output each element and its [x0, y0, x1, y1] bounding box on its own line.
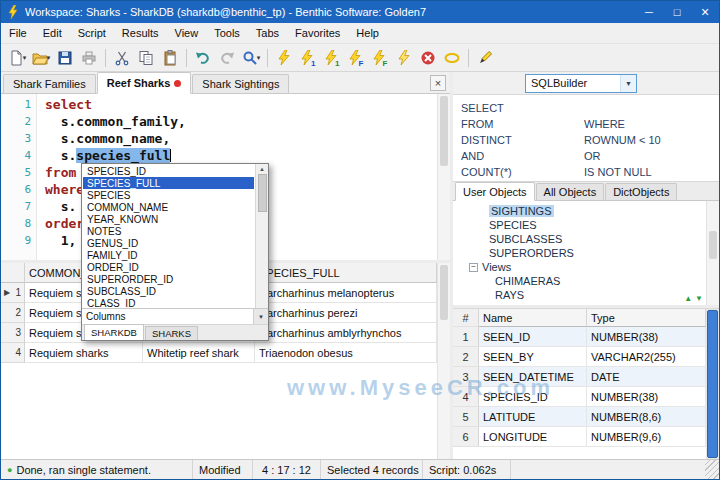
tab-reef-sharks[interactable]: Reef Sharks: [97, 72, 192, 94]
autocomplete-filter-combobox[interactable]: Columns ▼: [82, 308, 268, 324]
list-item[interactable]: ORDER_ID: [83, 261, 254, 273]
builder-keyword[interactable]: FROM: [461, 118, 584, 130]
title-bar[interactable]: Workspace: Sharks - SharkDB (sharkdb@ben…: [1, 1, 719, 23]
tab-user-objects[interactable]: User Objects: [455, 182, 535, 201]
list-item[interactable]: SPECIES_ID: [83, 165, 254, 177]
columns-header-name[interactable]: Name: [479, 309, 587, 327]
builder-keyword[interactable]: SELECT: [461, 102, 584, 114]
chevron-down-icon[interactable]: ▼: [620, 75, 636, 92]
builder-keyword[interactable]: AND: [461, 150, 584, 162]
builder-keyword[interactable]: DISTINCT: [461, 134, 584, 146]
menu-help[interactable]: Help: [348, 24, 387, 42]
columns-header-type[interactable]: Type: [587, 309, 706, 327]
execute-statement-button[interactable]: [272, 46, 296, 70]
tree-item-sightings[interactable]: SIGHTINGS: [453, 204, 719, 218]
cut-button[interactable]: [110, 46, 134, 70]
builder-keyword[interactable]: IS NOT NULL: [584, 166, 719, 178]
table-row[interactable]: 2SEEN_BYVARCHAR2(255): [453, 347, 706, 367]
sqlbuilder-combobox[interactable]: SQLBuilder ▼: [525, 74, 637, 93]
editor-scrollbar-thumb[interactable]: [440, 96, 448, 166]
menu-tools[interactable]: Tools: [206, 24, 248, 42]
find-button[interactable]: ▾: [239, 46, 263, 70]
list-item[interactable]: SPECIES: [83, 189, 254, 201]
maximize-button[interactable]: □: [663, 1, 691, 23]
tab-dict-objects[interactable]: DictObjects: [605, 183, 677, 200]
scroll-up-icon[interactable]: ▲: [684, 294, 692, 303]
table-row[interactable]: 5LATITUDENUMBER(8,6): [453, 407, 706, 427]
list-item[interactable]: SUBCLASS_ID: [83, 285, 254, 297]
menu-edit[interactable]: Edit: [35, 24, 70, 42]
list-item[interactable]: SUPERORDER_ID: [83, 273, 254, 285]
tab-sharks[interactable]: SHARKS: [145, 326, 198, 340]
execute-script-button[interactable]: F: [344, 46, 368, 70]
tree-scrollbar[interactable]: [706, 201, 719, 305]
print-button[interactable]: [77, 46, 101, 70]
execute-script-all-button[interactable]: F: [368, 46, 392, 70]
collapse-expander-icon[interactable]: −: [469, 263, 478, 272]
list-item[interactable]: CLASS_ID: [83, 297, 254, 308]
tree-item-superorders[interactable]: SUPERORDERS: [453, 246, 719, 260]
editor-scrollbar[interactable]: [437, 94, 450, 260]
undo-button[interactable]: [191, 46, 215, 70]
tab-shark-families[interactable]: Shark Families: [3, 74, 96, 93]
results-header-species-full[interactable]: SPECIES_FULL: [255, 263, 437, 283]
list-item[interactable]: COMMON_NAME: [83, 201, 254, 213]
list-item[interactable]: FAMILY_ID: [83, 249, 254, 261]
columns-scrollbar[interactable]: [706, 309, 719, 459]
results-scrollbar[interactable]: [437, 263, 450, 459]
paste-button[interactable]: [158, 46, 182, 70]
resize-grip[interactable]: [705, 460, 719, 479]
menu-tabs[interactable]: Tabs: [248, 24, 287, 42]
execute-special-button[interactable]: [392, 46, 416, 70]
tree-item-views[interactable]: −Views: [453, 260, 719, 274]
tree-item-rays[interactable]: RAYS: [453, 288, 719, 302]
cancel-query-button[interactable]: [416, 46, 440, 70]
tree-item-subclasses[interactable]: SUBCLASSES: [453, 232, 719, 246]
table-row[interactable]: 4SPECIES_IDNUMBER(38): [453, 387, 706, 407]
menu-results[interactable]: Results: [114, 24, 167, 42]
table-row[interactable]: 1SEEN_IDNUMBER(38): [453, 327, 706, 347]
close-button[interactable]: ×: [691, 1, 719, 23]
new-file-button[interactable]: ▾: [5, 46, 29, 70]
autocomplete-scrollbar-thumb[interactable]: [258, 174, 267, 212]
tab-all-objects[interactable]: All Objects: [536, 183, 605, 200]
columns-table[interactable]: # Name Type 1SEEN_IDNUMBER(38) 2SEEN_BYV…: [453, 309, 706, 459]
copy-button[interactable]: [134, 46, 158, 70]
tree-scrollbar-thumb[interactable]: [709, 231, 717, 259]
tab-sharkdb[interactable]: SHARKDB: [84, 324, 144, 340]
columns-header-num[interactable]: #: [453, 309, 479, 327]
redo-button[interactable]: [215, 46, 239, 70]
chevron-down-icon[interactable]: ▼: [253, 309, 268, 324]
builder-keyword[interactable]: WHERE: [584, 118, 719, 130]
close-tab-button[interactable]: ×: [430, 75, 446, 91]
save-button[interactable]: [53, 46, 77, 70]
tab-shark-sightings[interactable]: Shark Sightings: [192, 74, 289, 93]
list-item[interactable]: YEAR_KNOWN: [83, 213, 254, 225]
open-file-button[interactable]: ▾: [29, 46, 53, 70]
list-item[interactable]: NOTES: [83, 225, 254, 237]
menu-view[interactable]: View: [167, 24, 207, 42]
tree-item-species[interactable]: SPECIES: [453, 218, 719, 232]
menu-script[interactable]: Script: [70, 24, 114, 42]
builder-keyword[interactable]: COUNT(*): [461, 166, 584, 178]
table-row[interactable]: 3SEEN_DATETIMEDATE: [453, 367, 706, 387]
results-scrollbar-thumb[interactable]: [440, 265, 448, 320]
list-item-selected[interactable]: SPECIES_FULL: [83, 177, 254, 189]
format-script-button[interactable]: [473, 46, 497, 70]
builder-keyword[interactable]: ROWNUM < 10: [584, 134, 719, 146]
tree-item-chimaeras[interactable]: CHIMAERAS: [453, 274, 719, 288]
code-line: s.common_name,: [45, 130, 437, 147]
menu-favorites[interactable]: Favorites: [287, 24, 348, 42]
scroll-down-icon[interactable]: ▼: [695, 294, 703, 303]
builder-keyword[interactable]: OR: [584, 150, 719, 162]
execute-statement-one-button[interactable]: 1: [296, 46, 320, 70]
menu-file[interactable]: File: [1, 24, 35, 42]
execute-to-grid-button[interactable]: 1: [320, 46, 344, 70]
minimize-button[interactable]: ─: [635, 1, 663, 23]
commit-button[interactable]: [440, 46, 464, 70]
table-row[interactable]: 4 Requiem sharks Whitetip reef shark Tri…: [1, 343, 437, 363]
autocomplete-scrollbar[interactable]: ▲: [255, 164, 268, 308]
list-item[interactable]: GENUS_ID: [83, 237, 254, 249]
columns-scrollbar-thumb[interactable]: [707, 310, 718, 458]
table-row[interactable]: 6LONGITUDENUMBER(9,6): [453, 427, 706, 447]
